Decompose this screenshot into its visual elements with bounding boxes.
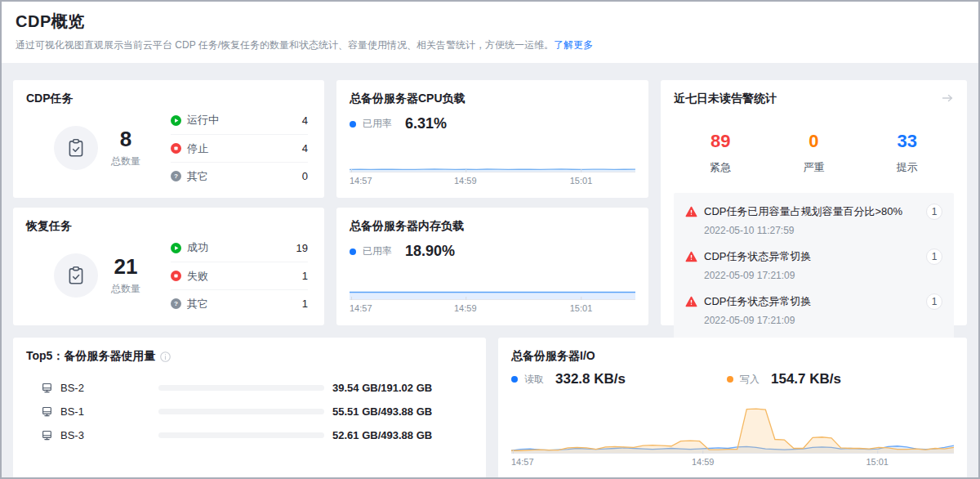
alert-title: CDP任务状态异常切换 <box>704 249 811 264</box>
svg-text:?: ? <box>174 300 178 307</box>
alarm-stats-title: 近七日未读告警统计 <box>674 92 954 106</box>
status-row-failed: 失败 1 <box>171 262 308 289</box>
x-tick: 14:59 <box>692 457 715 467</box>
alarm-stats-card: 近七日未读告警统计 89 紧急 0 严重 33 提示 <box>661 80 967 325</box>
cdp-tasks-title: CDP任务 <box>26 92 311 106</box>
cpu-load-title: 总备份服务器CPU负载 <box>350 92 635 106</box>
status-value: 1 <box>302 298 308 310</box>
status-value: 4 <box>302 142 308 154</box>
top5-usage-title: Top5：备份服务器使用量 <box>26 349 155 364</box>
x-tick: 14:59 <box>454 176 477 186</box>
write-legend-label: 写入 <box>740 373 760 387</box>
failed-icon <box>171 271 181 281</box>
alert-item[interactable]: CDP任务已用容量占规划容量百分比>80% 1 2022-05-10 11:27… <box>685 204 942 236</box>
major-count: 0 <box>767 131 860 152</box>
critical-label: 紧急 <box>674 160 767 175</box>
alarm-stats-row: 89 紧急 0 严重 33 提示 <box>674 131 954 175</box>
svg-text:?: ? <box>174 172 178 180</box>
cpu-legend-dot-icon <box>350 121 356 128</box>
learn-more-link[interactable]: 了解更多 <box>554 39 593 51</box>
alert-timestamp: 2022-05-10 11:27:59 <box>704 225 942 236</box>
x-tick: 14:57 <box>511 457 534 467</box>
status-value: 0 <box>302 170 308 182</box>
write-speed-value: 154.7 KB/s <box>771 371 841 387</box>
server-icon <box>41 405 53 418</box>
alert-count-badge: 1 <box>926 248 942 265</box>
server-name: BS-2 <box>60 382 158 394</box>
server-name: BS-3 <box>60 429 158 441</box>
alert-title: CDP任务状态异常切换 <box>704 294 811 309</box>
alert-item[interactable]: CDP任务状态异常切换 1 2022-05-09 17:21:09 <box>685 248 942 281</box>
other-icon: ? <box>171 171 181 181</box>
critical-count: 89 <box>674 131 767 152</box>
memory-usage-value: 18.90% <box>405 243 455 260</box>
page-title: CDP概览 <box>16 11 964 33</box>
warning-triangle-icon <box>685 206 697 217</box>
page-subtitle: 通过可视化视图直观展示当前云平台 CDP 任务/恢复任务的数量和状态统计、容量使… <box>16 38 964 52</box>
status-label: 运行中 <box>187 113 219 128</box>
usage-progress-bar <box>158 432 324 438</box>
recovery-tasks-title: 恢复任务 <box>26 219 311 234</box>
info-icon[interactable] <box>160 351 171 362</box>
write-legend-dot-icon <box>727 376 733 383</box>
io-chart-x-axis: 14:57 14:59 15:01 <box>511 454 954 468</box>
x-tick: 14:57 <box>350 303 372 313</box>
dashboard-body: CDP任务 8 总数量 <box>2 63 978 479</box>
recovery-tasks-total: 21 <box>111 255 140 279</box>
x-tick: 14:59 <box>454 303 477 313</box>
server-name: BS-1 <box>60 405 158 418</box>
server-io-title: 总备份服务器I/O <box>511 349 954 364</box>
usage-value: 55.51 GB/493.88 GB <box>332 405 473 418</box>
cpu-usage-value: 6.31% <box>405 115 447 132</box>
arrow-right-icon[interactable] <box>941 92 954 105</box>
usage-progress-bar <box>158 385 324 391</box>
cdp-tasks-total-label: 总数量 <box>111 154 140 168</box>
status-value: 4 <box>302 114 308 127</box>
status-label: 其它 <box>187 297 208 311</box>
memory-legend-label: 已用率 <box>363 244 392 258</box>
alert-list: CDP任务已用容量占规划容量百分比>80% 1 2022-05-10 11:27… <box>674 193 954 343</box>
clipboard-icon <box>54 253 98 298</box>
alert-timestamp: 2022-05-09 17:21:09 <box>704 315 942 326</box>
status-row-other: ? 其它 0 <box>171 162 308 190</box>
server-usage-row: BS-2 39.54 GB/191.02 GB <box>26 376 473 400</box>
clipboard-icon <box>54 126 98 170</box>
status-row-stopped: 停止 4 <box>171 134 308 162</box>
running-icon <box>171 115 181 126</box>
cdp-tasks-total: 8 <box>111 128 140 151</box>
memory-legend-dot-icon <box>350 248 356 255</box>
memory-load-card: 总备份服务器内存负载 已用率 18.90% 14:57 14:59 15:01 <box>336 208 648 325</box>
alert-item[interactable]: CDP任务状态异常切换 1 2022-05-09 17:21:09 <box>685 293 942 326</box>
memory-chart-x-axis: 14:57 14:59 15:01 <box>350 300 635 314</box>
alarm-stat-hint: 33 提示 <box>861 131 954 175</box>
memory-load-title: 总备份服务器内存负载 <box>350 219 635 234</box>
warning-triangle-icon <box>685 296 697 307</box>
cpu-chart-x-axis: 14:57 14:59 15:01 <box>350 172 635 186</box>
cpu-load-chart <box>350 135 635 172</box>
status-label: 停止 <box>187 141 208 156</box>
cdp-tasks-card: CDP任务 8 总数量 <box>13 80 324 198</box>
warning-triangle-icon <box>685 251 697 262</box>
server-io-chart <box>511 408 954 454</box>
alarm-stat-critical: 89 紧急 <box>674 131 767 175</box>
read-legend-label: 读取 <box>524 373 544 387</box>
x-tick: 14:57 <box>350 176 372 186</box>
server-io-card: 总备份服务器I/O 读取 332.8 KB/s 写入 154.7 KB/s 14… <box>498 338 967 479</box>
status-row-success: 成功 19 <box>171 234 308 262</box>
recovery-tasks-card: 恢复任务 21 总数量 <box>13 208 324 325</box>
cpu-load-card: 总备份服务器CPU负载 已用率 6.31% 14:57 14:59 15:01 <box>336 80 648 198</box>
alert-count-badge: 1 <box>926 293 942 310</box>
status-value: 1 <box>302 270 308 282</box>
usage-value: 52.61 GB/493.88 GB <box>332 429 473 441</box>
server-icon <box>41 429 53 441</box>
recovery-tasks-total-label: 总数量 <box>111 282 140 296</box>
status-label: 失败 <box>187 269 208 284</box>
memory-load-chart <box>350 262 635 300</box>
page-header: CDP概览 通过可视化视图直观展示当前云平台 CDP 任务/恢复任务的数量和状态… <box>2 2 978 63</box>
top5-usage-card: Top5：备份服务器使用量 BS-2 39.54 GB/191.02 GB BS… <box>13 338 486 479</box>
hint-label: 提示 <box>861 160 954 175</box>
major-label: 严重 <box>767 160 860 175</box>
alert-title: CDP任务已用容量占规划容量百分比>80% <box>704 204 902 219</box>
hint-count: 33 <box>861 131 954 152</box>
status-label: 成功 <box>187 240 208 255</box>
